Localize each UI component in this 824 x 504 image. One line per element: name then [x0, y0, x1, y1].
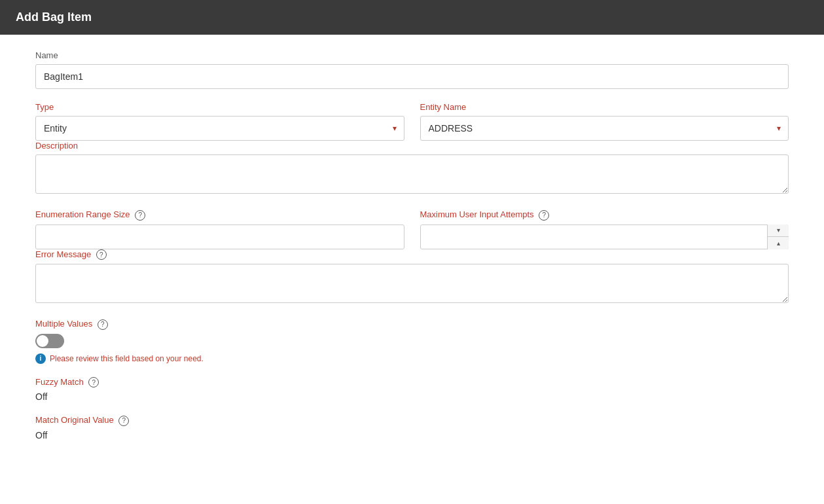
match-original-help-icon[interactable]: ? [118, 416, 129, 426]
multiple-values-toggle[interactable] [35, 334, 64, 348]
max-attempts-label: Maximum User Input Attempts ? [420, 209, 789, 221]
error-message-textarea[interactable] [35, 264, 789, 303]
match-original-value: Off [35, 430, 789, 441]
enum-range-label: Enumeration Range Size ? [35, 209, 404, 221]
name-group: Name [35, 50, 789, 89]
fuzzy-match-value: Off [35, 391, 789, 402]
name-input[interactable] [35, 64, 789, 89]
enum-range-help-icon[interactable]: ? [135, 210, 145, 221]
page-title: Add Bag Item [16, 10, 92, 24]
form-container: Name Type Entity String Integer Boolean … [0, 35, 824, 469]
spinner-down-button[interactable]: ▾ [768, 225, 789, 238]
multiple-values-group: Multiple Values ? i Please review this f… [35, 319, 789, 364]
info-message-text: Please review this field based on your n… [50, 354, 204, 363]
description-group: Description [35, 141, 789, 196]
spinner-buttons: ▾ ▴ [767, 225, 789, 249]
enum-range-input[interactable] [35, 225, 404, 249]
fuzzy-match-label: Fuzzy Match ? [35, 377, 789, 388]
entity-name-group: Entity Name ADDRESS PERSON ORGANIZATION … [420, 102, 789, 141]
multiple-values-help-icon[interactable]: ? [98, 319, 108, 330]
fuzzy-match-group: Fuzzy Match ? Off [35, 377, 789, 403]
multiple-values-label: Multiple Values ? [35, 319, 789, 330]
max-attempts-spinner-wrapper: ▾ ▴ [420, 225, 789, 249]
type-entity-row: Type Entity String Integer Boolean Date … [35, 102, 789, 141]
info-icon: i [35, 353, 46, 364]
spinner-up-button[interactable]: ▴ [768, 237, 789, 249]
description-textarea[interactable] [35, 154, 789, 194]
type-label: Type [35, 102, 404, 112]
max-attempts-group: Maximum User Input Attempts ? ▾ ▴ [420, 209, 789, 249]
entity-name-label: Entity Name [420, 102, 789, 112]
enum-range-group: Enumeration Range Size ? [35, 209, 404, 249]
multiple-values-toggle-wrapper [35, 334, 789, 348]
error-message-help-icon[interactable]: ? [96, 249, 107, 260]
max-attempts-help-icon[interactable]: ? [539, 210, 549, 221]
fuzzy-match-help-icon[interactable]: ? [88, 377, 99, 387]
page-header: Add Bag Item [0, 0, 824, 35]
entity-name-select-wrapper: ADDRESS PERSON ORGANIZATION LOCATION ▾ [420, 116, 789, 141]
max-attempts-input[interactable] [420, 225, 789, 249]
type-group: Type Entity String Integer Boolean Date … [35, 102, 404, 141]
match-original-group: Match Original Value ? Off [35, 415, 789, 441]
error-message-group: Error Message ? [35, 249, 789, 306]
error-message-label: Error Message ? [35, 249, 789, 261]
enum-max-row: Enumeration Range Size ? Maximum User In… [35, 209, 789, 249]
entity-name-select[interactable]: ADDRESS PERSON ORGANIZATION LOCATION [420, 116, 789, 141]
type-select-wrapper: Entity String Integer Boolean Date ▾ [35, 116, 404, 141]
toggle-slider [35, 334, 64, 348]
match-original-label: Match Original Value ? [35, 415, 789, 426]
name-label: Name [35, 50, 789, 60]
info-message: i Please review this field based on your… [35, 353, 789, 364]
type-select[interactable]: Entity String Integer Boolean Date [35, 116, 404, 141]
description-label: Description [35, 141, 789, 151]
